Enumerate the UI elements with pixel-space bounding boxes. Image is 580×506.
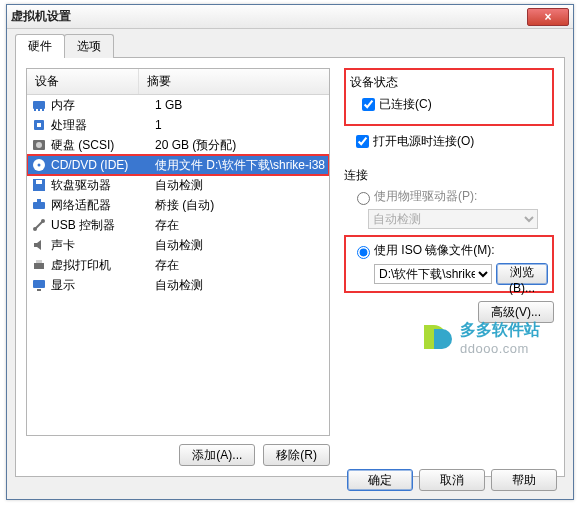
svg-rect-0 [33, 101, 45, 109]
tab-bar: 硬件 选项 [7, 29, 573, 57]
connected-row: 已连接(C) [358, 95, 548, 114]
svg-point-7 [36, 142, 42, 148]
physical-label: 使用物理驱动器(P): [374, 188, 477, 205]
floppy-icon [31, 177, 47, 193]
iso-row: 使用 ISO 镜像文件(M): [352, 242, 548, 259]
status-group-label: 设备状态 [350, 74, 548, 91]
printer-icon [31, 257, 47, 273]
device-summary: 1 GB [155, 98, 325, 112]
tab-options[interactable]: 选项 [64, 34, 114, 58]
iso-group-highlight: 使用 ISO 镜像文件(M): D:\软件下载\shrike 浏览(B)... [344, 235, 554, 293]
device-summary: 使用文件 D:\软件下载\shrike-i386-... [155, 157, 325, 174]
device-name: 软盘驱动器 [51, 177, 155, 194]
svg-point-15 [41, 219, 45, 223]
right-pane: 设备状态 已连接(C) 打开电源时连接(O) 连接 使用物理驱动器(P): 自动… [330, 68, 560, 466]
device-summary: 存在 [155, 257, 325, 274]
net-icon [31, 197, 47, 213]
device-summary: 自动检测 [155, 237, 325, 254]
close-button[interactable]: × [527, 8, 569, 26]
sound-icon [31, 237, 47, 253]
memory-icon [31, 97, 47, 113]
device-list[interactable]: 设备 摘要 内存1 GB处理器1硬盘 (SCSI)20 GB (预分配)CD/D… [26, 68, 330, 436]
device-summary: 存在 [155, 217, 325, 234]
device-name: 声卡 [51, 237, 155, 254]
remove-button[interactable]: 移除(R) [263, 444, 330, 466]
device-summary: 自动检测 [155, 177, 325, 194]
svg-rect-13 [37, 199, 41, 202]
watermark: 多多软件站 ddooo.com [420, 320, 540, 356]
device-name: CD/DVD (IDE) [51, 158, 155, 172]
device-row-usb[interactable]: USB 控制器存在 [27, 215, 329, 235]
svg-rect-16 [34, 263, 44, 269]
device-row-floppy[interactable]: 软盘驱动器自动检测 [27, 175, 329, 195]
device-row-cpu[interactable]: 处理器1 [27, 115, 329, 135]
device-row-printer[interactable]: 虚拟打印机存在 [27, 255, 329, 275]
iso-path-row: D:\软件下载\shrike 浏览(B)... [374, 263, 548, 285]
column-summary[interactable]: 摘要 [139, 69, 329, 94]
connected-label: 已连接(C) [379, 96, 432, 113]
physical-drive-select: 自动检测 [368, 209, 538, 229]
device-row-sound[interactable]: 声卡自动检测 [27, 235, 329, 255]
watermark-cn: 多多软件站 [460, 320, 540, 341]
cd-icon [31, 157, 47, 173]
physical-radio[interactable] [357, 192, 370, 205]
device-row-cd[interactable]: CD/DVD (IDE)使用文件 D:\软件下载\shrike-i386-... [27, 155, 329, 175]
titlebar: 虚拟机设置 × [7, 5, 573, 29]
device-row-display[interactable]: 显示自动检测 [27, 275, 329, 295]
device-name: 网络适配器 [51, 197, 155, 214]
svg-rect-3 [42, 109, 44, 111]
device-summary: 1 [155, 118, 325, 132]
svg-point-9 [38, 164, 41, 167]
content-pane: 设备 摘要 内存1 GB处理器1硬盘 (SCSI)20 GB (预分配)CD/D… [15, 57, 565, 477]
watermark-icon [420, 321, 454, 355]
svg-rect-18 [33, 280, 45, 288]
svg-rect-5 [37, 123, 41, 127]
cpu-icon [31, 117, 47, 133]
device-row-memory[interactable]: 内存1 GB [27, 95, 329, 115]
watermark-en: ddooo.com [460, 341, 540, 356]
device-name: 处理器 [51, 117, 155, 134]
poweron-row: 打开电源时连接(O) [352, 132, 554, 151]
device-name: 显示 [51, 277, 155, 294]
device-row-disk[interactable]: 硬盘 (SCSI)20 GB (预分配) [27, 135, 329, 155]
status-group-highlight: 设备状态 已连接(C) [344, 68, 554, 126]
svg-rect-2 [38, 109, 40, 111]
svg-rect-12 [33, 202, 45, 209]
column-device[interactable]: 设备 [27, 69, 139, 94]
svg-rect-17 [36, 260, 42, 263]
iso-radio[interactable] [357, 246, 370, 259]
device-name: 内存 [51, 97, 155, 114]
device-summary: 自动检测 [155, 277, 325, 294]
svg-rect-1 [34, 109, 36, 111]
browse-button[interactable]: 浏览(B)... [496, 263, 548, 285]
add-button[interactable]: 添加(A)... [179, 444, 255, 466]
list-header: 设备 摘要 [27, 69, 329, 95]
iso-path-select[interactable]: D:\软件下载\shrike [374, 264, 492, 284]
window-title: 虚拟机设置 [11, 8, 71, 25]
poweron-checkbox[interactable] [356, 135, 369, 148]
dialog-footer: 确定 取消 帮助 [347, 469, 557, 491]
usb-icon [31, 217, 47, 233]
iso-label: 使用 ISO 镜像文件(M): [374, 242, 495, 259]
left-footer: 添加(A)... 移除(R) [26, 444, 330, 466]
device-name: USB 控制器 [51, 217, 155, 234]
connection-group-label: 连接 [344, 167, 554, 184]
poweron-label: 打开电源时连接(O) [373, 133, 474, 150]
device-rows: 内存1 GB处理器1硬盘 (SCSI)20 GB (预分配)CD/DVD (ID… [27, 95, 329, 295]
close-icon: × [544, 10, 551, 24]
help-button[interactable]: 帮助 [491, 469, 557, 491]
device-summary: 20 GB (预分配) [155, 137, 325, 154]
device-name: 虚拟打印机 [51, 257, 155, 274]
display-icon [31, 277, 47, 293]
physical-row: 使用物理驱动器(P): [352, 188, 554, 205]
physical-drive-wrap: 自动检测 [368, 209, 554, 229]
device-summary: 桥接 (自动) [155, 197, 325, 214]
tab-hardware[interactable]: 硬件 [15, 34, 65, 58]
cancel-button[interactable]: 取消 [419, 469, 485, 491]
vm-settings-dialog: 虚拟机设置 × 硬件 选项 设备 摘要 内存1 GB处理器1硬盘 (SCSI)2… [6, 4, 574, 500]
device-row-net[interactable]: 网络适配器桥接 (自动) [27, 195, 329, 215]
svg-rect-11 [36, 180, 42, 184]
left-pane: 设备 摘要 内存1 GB处理器1硬盘 (SCSI)20 GB (预分配)CD/D… [26, 68, 330, 466]
ok-button[interactable]: 确定 [347, 469, 413, 491]
connected-checkbox[interactable] [362, 98, 375, 111]
